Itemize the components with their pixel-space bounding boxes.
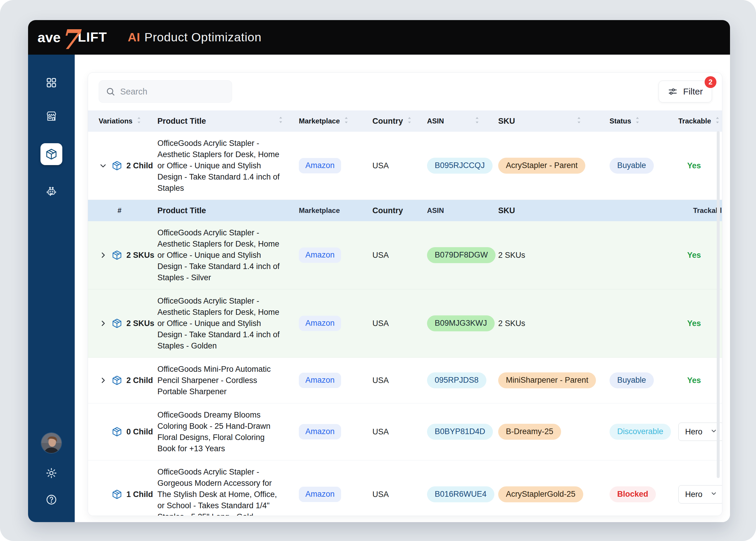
column-header-product-title[interactable]: Product Title <box>158 116 295 127</box>
asin-cell: B016R6WUE4 <box>419 486 491 502</box>
country-cell: USA <box>364 319 419 328</box>
status-cell: Blocked <box>593 486 671 502</box>
asin-cell: 095RPJDS8 <box>419 372 491 388</box>
variations-cell: 2 SKUs <box>88 250 158 261</box>
package-icon-wrap <box>112 318 122 329</box>
trackable-cell: Yes <box>671 319 722 328</box>
sort-icon <box>278 116 283 127</box>
chevron-right-icon <box>99 376 108 385</box>
table-scrollbar[interactable] <box>717 131 720 478</box>
variations-count: 2 Child <box>127 161 153 170</box>
trackable-select-value: Hero <box>685 427 703 436</box>
column-header-label: Product Title <box>158 116 206 127</box>
column-header-label: Country <box>372 117 403 126</box>
column-header-marketplace[interactable]: Marketplace <box>295 116 364 126</box>
sidebar-item-products[interactable] <box>40 143 62 165</box>
sub-column-header-marketplace[interactable]: Marketplace <box>295 207 364 215</box>
product-title: OfficeGoods Acrylic Stapler - Gorgeous M… <box>158 466 295 516</box>
product-title: OfficeGoods Acrylic Stapler - Aesthetic … <box>158 138 295 194</box>
robot-icon <box>46 186 57 198</box>
marketplace-badge: Amazon <box>299 158 341 173</box>
trackable-select[interactable]: Hero <box>678 485 722 503</box>
table-row: 2 ChildOfficeGoods Acrylic Stapler - Aes… <box>88 132 722 200</box>
asin-cell: B0BYP81D4D <box>419 424 491 439</box>
sidebar-user-avatar[interactable] <box>41 433 61 453</box>
table-header-row: VariationsProduct TitleMarketplaceCountr… <box>88 111 722 132</box>
column-header-country[interactable]: Country <box>364 116 419 126</box>
sort-icon-wrap <box>407 116 412 126</box>
sidebar-item-dashboard[interactable] <box>45 76 58 90</box>
column-header-label: Trackable <box>678 117 711 125</box>
package-icon-wrap <box>112 426 122 437</box>
trackable-select-value: Hero <box>685 490 703 499</box>
filter-label: Filter <box>683 87 703 97</box>
variations-cell: 1 Child <box>88 489 158 500</box>
sidebar-item-stores[interactable] <box>45 110 58 123</box>
trackable-value: Yes <box>687 376 701 385</box>
sort-icon <box>635 116 640 126</box>
marketplace-cell: Amazon <box>295 424 364 439</box>
row-expander-right[interactable] <box>99 376 108 385</box>
sku-cell: 2 SKUs <box>491 319 593 328</box>
status-cell: Discoverable <box>593 424 671 439</box>
sidebar-nav <box>40 76 62 199</box>
table-body: 2 ChildOfficeGoods Acrylic Stapler - Aes… <box>88 132 722 516</box>
sku-cell: MiniSharpener - Parent <box>491 372 593 388</box>
column-header-trackable[interactable]: Trackable <box>671 116 722 126</box>
row-expander-right[interactable] <box>99 319 108 328</box>
products-table-card: Filter 2 VariationsProduct TitleMarketpl… <box>88 72 722 516</box>
trackable-value: Yes <box>687 319 701 328</box>
column-header-label: Marketplace <box>299 117 340 125</box>
package-icon <box>112 160 122 171</box>
sub-column-header-trackable[interactable]: Trackable <box>671 206 722 215</box>
sort-icon-wrap <box>635 116 640 126</box>
sidebar-help[interactable] <box>45 493 58 506</box>
package-icon-wrap <box>112 160 122 171</box>
country-cell: USA <box>364 376 419 385</box>
trackable-cell: Yes <box>671 161 722 170</box>
product-title: OfficeGoods Mini-Pro Automatic Pencil Sh… <box>158 363 295 397</box>
sidebar <box>28 55 75 522</box>
column-header-asin[interactable]: ASIN <box>419 116 491 126</box>
column-header-sku[interactable]: SKU <box>491 116 593 126</box>
product-title: OfficeGoods Acrylic Stapler - Aesthetic … <box>158 227 295 283</box>
asin-cell: B079DF8DGW <box>419 247 491 263</box>
table-row: 2 ChildOfficeGoods Mini-Pro Automatic Pe… <box>88 358 722 403</box>
sidebar-item-ai-assistant[interactable] <box>45 185 58 199</box>
trackable-select[interactable]: Hero <box>678 423 722 441</box>
marketplace-badge: Amazon <box>299 487 341 502</box>
sku-badge: B-Dreamy-25 <box>498 424 561 439</box>
sub-column-header-asin[interactable]: ASIN <box>419 207 491 215</box>
status-cell: Buyable <box>593 158 671 173</box>
package-icon <box>112 375 122 386</box>
sort-icon <box>577 116 581 126</box>
column-header-variations[interactable]: Variations <box>88 116 158 126</box>
sub-column-header-product-title[interactable]: Product Title <box>158 205 295 216</box>
filter-badge: 2 <box>705 76 716 88</box>
sidebar-settings[interactable] <box>45 467 58 480</box>
column-header-label: Status <box>609 117 631 125</box>
package-icon-wrap <box>112 489 122 500</box>
sub-column-header-blank[interactable]: # <box>88 207 158 215</box>
filter-button[interactable]: Filter 2 <box>658 81 712 103</box>
grid-icon <box>46 77 57 89</box>
sort-icon-wrap <box>475 116 479 126</box>
variations-cell: 2 Child <box>88 160 158 171</box>
marketplace-badge: Amazon <box>299 424 341 439</box>
product-title: OfficeGoods Acrylic Stapler - Aesthetic … <box>158 295 295 351</box>
sub-column-header-label: Product Title <box>158 205 206 216</box>
sub-column-header-sku[interactable]: SKU <box>491 206 593 215</box>
chevron-right-icon <box>99 251 108 260</box>
sub-column-header-country[interactable]: Country <box>364 206 419 215</box>
country-value: USA <box>372 490 389 499</box>
trackable-cell: Hero <box>671 485 722 503</box>
row-expander-right[interactable] <box>99 251 108 260</box>
row-expander-down[interactable] <box>99 161 108 170</box>
marketplace-cell: Amazon <box>295 248 364 263</box>
column-header-status[interactable]: Status <box>593 116 671 126</box>
search-input[interactable] <box>99 80 232 103</box>
table-row: 2 SKUsOfficeGoods Acrylic Stapler - Aest… <box>88 289 722 358</box>
package-icon <box>112 250 122 261</box>
sku-cell: AcryStapler - Parent <box>491 158 593 173</box>
app-header: ave 7 LIFT AI Product Optimization <box>28 20 730 55</box>
